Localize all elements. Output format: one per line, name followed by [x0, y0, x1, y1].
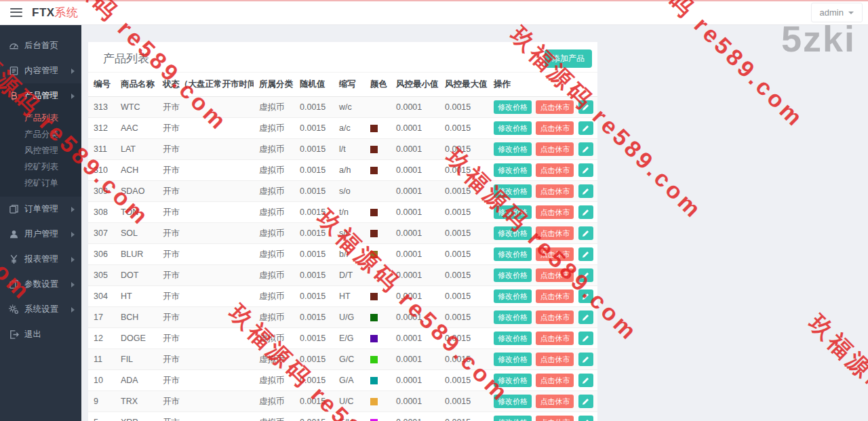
sidebar-item-mining-list[interactable]: 挖矿列表 [0, 159, 81, 175]
modify-price-button[interactable]: 修改价格 [494, 416, 532, 421]
edit-button[interactable] [578, 100, 593, 114]
modify-price-button[interactable]: 修改价格 [494, 332, 532, 345]
cell-name: SOL [115, 223, 157, 244]
close-market-button[interactable]: 点击休市 [536, 416, 574, 421]
sidebar-item-orders[interactable]: 订单管理 [0, 197, 81, 222]
modify-price-button[interactable]: 修改价格 [494, 205, 532, 219]
sidebar-item-product-list[interactable]: 产品列表 [0, 110, 81, 126]
sidebar-item-risk-manage[interactable]: 风控管理 [0, 142, 81, 159]
close-market-button[interactable]: 点击休市 [536, 100, 574, 114]
cell-name: LAT [115, 139, 157, 160]
color-swatch [370, 356, 378, 363]
close-market-button[interactable]: 点击休市 [536, 332, 574, 345]
cell-risk-max: 0.0015 [439, 202, 488, 223]
cell-status: 开市 [157, 139, 254, 160]
sidebar-item-reports[interactable]: 报表管理 [0, 247, 81, 272]
edit-button[interactable] [578, 226, 593, 240]
table-row: 17 BCH 开市 虚拟币 0.0015 U/G 0.0001 0.0015 修… [88, 307, 597, 328]
edit-button[interactable] [578, 142, 593, 156]
modify-price-button[interactable]: 修改价格 [494, 310, 532, 324]
col-random: 随机值 [294, 73, 334, 97]
cell-risk-min: 0.0001 [391, 181, 439, 202]
add-product-button[interactable]: 添加产品 [545, 49, 592, 68]
modify-price-button[interactable]: 修改价格 [494, 121, 532, 135]
sidebar-item-mining-orders[interactable]: 挖矿订单 [0, 175, 81, 191]
edit-button[interactable] [578, 205, 593, 219]
cell-abbr: D/T [334, 265, 365, 286]
sidebar-item-users[interactable]: 用户管理 [0, 222, 81, 247]
user-icon [9, 229, 19, 239]
cell-risk-max: 0.0015 [439, 307, 488, 328]
user-dropdown[interactable]: admin [811, 3, 863, 22]
modify-price-button[interactable]: 修改价格 [494, 374, 532, 387]
cell-color [365, 286, 391, 307]
edit-button[interactable] [578, 374, 593, 387]
sidebar-item-label: 系统设置 [24, 304, 58, 315]
close-market-button[interactable]: 点击休市 [536, 395, 574, 408]
close-market-button[interactable]: 点击休市 [536, 289, 574, 303]
edit-button[interactable] [578, 268, 593, 282]
close-market-button[interactable]: 点击休市 [536, 247, 574, 261]
edit-button[interactable] [578, 184, 593, 198]
modify-price-button[interactable]: 修改价格 [494, 226, 532, 240]
cell-risk-max: 0.0015 [439, 412, 488, 421]
cell-risk-min: 0.0001 [391, 286, 439, 307]
modify-price-button[interactable]: 修改价格 [494, 184, 532, 198]
sidebar-item-settings[interactable]: 系统设置 [0, 297, 81, 322]
modify-price-button[interactable]: 修改价格 [494, 395, 532, 408]
edit-button[interactable] [578, 163, 593, 177]
edit-button[interactable] [578, 395, 593, 408]
cell-risk-min: 0.0001 [391, 97, 439, 118]
modify-price-button[interactable]: 修改价格 [494, 142, 532, 156]
modify-price-button[interactable]: 修改价格 [494, 247, 532, 261]
edit-button[interactable] [578, 353, 593, 366]
modify-price-button[interactable]: 修改价格 [494, 268, 532, 282]
sidebar-group-products: 产品管理 产品列表 产品分类 风控管理 挖矿列表 挖矿订单 [0, 83, 81, 197]
edit-button[interactable] [578, 310, 593, 324]
close-market-button[interactable]: 点击休市 [536, 184, 574, 198]
cell-risk-max: 0.0015 [439, 139, 488, 160]
close-market-button[interactable]: 点击休市 [536, 205, 574, 219]
close-market-button[interactable]: 点击休市 [536, 268, 574, 282]
col-category: 所属分类 [254, 73, 294, 97]
sidebar-item-product-manage[interactable]: 产品管理 [0, 83, 81, 108]
pencil-icon [582, 335, 589, 342]
hamburger-menu-icon[interactable] [10, 8, 22, 17]
close-market-button[interactable]: 点击休市 [536, 310, 574, 324]
sidebar-item-params[interactable]: 参数设置 [0, 272, 81, 297]
sidebar-item-content[interactable]: 内容管理 [0, 58, 81, 83]
edit-button[interactable] [578, 416, 593, 421]
close-market-button[interactable]: 点击休市 [536, 374, 574, 387]
pencil-icon [582, 377, 589, 384]
cell-status: 开市 [157, 202, 254, 223]
edit-button[interactable] [578, 289, 593, 303]
cell-risk-min: 0.0001 [391, 370, 439, 391]
cell-name: SDAO [115, 181, 157, 202]
diagonal-watermark: 玖福源码 re589.com [802, 308, 868, 421]
cell-id: 308 [88, 202, 115, 223]
table-row: 306 BLUR 开市 虚拟币 0.0015 b/r 0.0001 0.0015… [88, 244, 597, 265]
cell-random-value: 0.0015 [294, 202, 334, 223]
modify-price-button[interactable]: 修改价格 [494, 289, 532, 303]
sidebar-item-logout[interactable]: 退出 [0, 322, 81, 347]
pencil-icon [582, 419, 589, 421]
sidebar-item-product-category[interactable]: 产品分类 [0, 126, 81, 142]
close-market-button[interactable]: 点击休市 [536, 163, 574, 177]
color-swatch [370, 146, 378, 153]
edit-button[interactable] [578, 247, 593, 261]
col-risk-max: 风控最大值 [439, 73, 488, 97]
sidebar-item-dashboard[interactable]: 后台首页 [0, 33, 81, 58]
edit-button[interactable] [578, 332, 593, 345]
close-market-button[interactable]: 点击休市 [536, 121, 574, 135]
close-market-button[interactable]: 点击休市 [536, 142, 574, 156]
modify-price-button[interactable]: 修改价格 [494, 353, 532, 366]
edit-button[interactable] [578, 121, 593, 135]
cell-risk-max: 0.0015 [439, 391, 488, 412]
close-market-button[interactable]: 点击休市 [536, 226, 574, 240]
modify-price-button[interactable]: 修改价格 [494, 100, 532, 114]
table-row: 305 DOT 开市 虚拟币 0.0015 D/T 0.0001 0.0015 … [88, 265, 597, 286]
modify-price-button[interactable]: 修改价格 [494, 163, 532, 177]
sidebar-item-label: 内容管理 [24, 65, 58, 77]
close-market-button[interactable]: 点击休市 [536, 353, 574, 366]
cell-risk-min: 0.0001 [391, 391, 439, 412]
